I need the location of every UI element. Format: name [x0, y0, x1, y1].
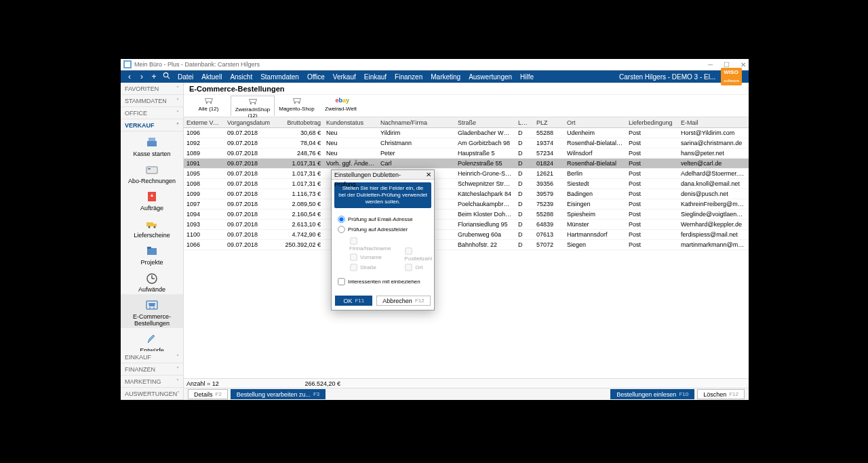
chk-interested[interactable]: Interessenten mit einbeziehen — [337, 277, 429, 286]
svg-point-2 — [163, 73, 167, 77]
user-label[interactable]: Carsten Hilgers - DEMO 3 - El... — [619, 73, 715, 81]
col-header[interactable]: Ort — [564, 117, 626, 127]
delete-button[interactable]: LöschenF12 — [697, 389, 745, 399]
svg-point-21 — [153, 307, 155, 308]
sidebar-section-office[interactable]: OFFICE˅ — [121, 107, 183, 119]
table-row[interactable]: 109809.07.20181.017,31 €Schwepnitzer Str… — [184, 179, 749, 189]
col-header[interactable]: Bruttobetrag — [281, 117, 323, 127]
menu-finanzen[interactable]: Finanzen — [395, 73, 422, 81]
add-button[interactable]: + — [148, 71, 160, 83]
chevron-down-icon: ˅ — [176, 107, 179, 119]
menu-auswertungen[interactable]: Auswertungen — [469, 73, 512, 81]
nav-back-button[interactable]: ‹ — [123, 71, 136, 83]
menubar: ‹ › + DateiAktuellAnsichtStammdatenOffic… — [121, 71, 749, 83]
sidebar-item-e-commerce-bestellungen[interactable]: E-Commerce-Bestellungen — [121, 294, 183, 328]
app-window: Mein Büro - Plus - Datenbank: Carsten Hi… — [121, 59, 749, 400]
sidebar-section-verkauf[interactable]: VERKAUF˄ — [121, 119, 183, 132]
filter-tab-0[interactable]: Alle (12) — [186, 96, 231, 116]
svg-rect-7 — [148, 168, 151, 169]
nav-forward-button[interactable]: › — [136, 71, 148, 83]
menu-verkauf[interactable]: Verkauf — [333, 73, 356, 81]
menu-datei[interactable]: Datei — [178, 73, 193, 81]
maximize-button[interactable]: ☐ — [724, 61, 730, 68]
orders-icon — [145, 190, 159, 203]
sidebar-item-abo-rechnungen[interactable]: Abo-Rechnungen — [121, 159, 183, 186]
close-icon[interactable]: ✕ — [426, 170, 431, 179]
sidebar-item-lieferscheine[interactable]: Lieferscheine — [121, 213, 183, 240]
table-row[interactable]: 109409.07.20182.160,54 €Beim Kloster Doh… — [184, 209, 749, 220]
details-button[interactable]: DetailsF2 — [188, 389, 228, 399]
col-header[interactable]: Straße — [455, 117, 515, 127]
sidebar-section-marketing[interactable]: MARKETING˅ — [121, 376, 183, 388]
svg-point-24 — [250, 103, 251, 104]
sidebar-section-favoriten[interactable]: FAVORITEN˅ — [121, 83, 183, 95]
svg-point-23 — [210, 102, 211, 104]
chk-plz: Postleitzahl — [404, 247, 432, 262]
col-header[interactable]: Kundenstatus — [323, 117, 378, 127]
col-header[interactable]: Externe Vorgangs — [184, 117, 224, 127]
svg-rect-11 — [153, 224, 157, 226]
radio-email[interactable]: Prüfung auf Email-Adresse — [337, 215, 429, 224]
menu-ansicht[interactable]: Ansicht — [230, 73, 252, 81]
sidebar-item-auftr-ge[interactable]: Aufträge — [121, 186, 183, 213]
footer-toolbar: DetailsF2 Bestellung verarbeiten zu...F3… — [184, 388, 749, 400]
col-header[interactable]: Vorgangsdatum — [224, 117, 281, 127]
sidebar-item-kasse-starten[interactable]: Kasse starten — [121, 132, 183, 159]
table-row[interactable]: 106609.07.2018250.392,02 €Bahnhofstr. 22… — [184, 240, 749, 250]
filter-tab-2[interactable]: Magento-Shop — [275, 96, 319, 116]
cancel-button[interactable]: AbbrechenF12 — [376, 296, 430, 306]
process-order-button[interactable]: Bestellung verarbeiten zu...F3 — [231, 389, 326, 399]
delivery-icon — [145, 217, 159, 230]
col-header[interactable]: Land — [515, 117, 534, 127]
svg-rect-4 — [147, 141, 157, 146]
col-header[interactable]: Lieferbedingung — [626, 117, 678, 127]
table-row[interactable]: 109109.07.20181.017,31 €Vorh. ggf. Änder… — [184, 159, 749, 169]
menu-aktuell[interactable]: Aktuell — [201, 73, 222, 81]
menu-stammdaten[interactable]: Stammdaten — [260, 73, 299, 81]
duplicate-check-dialog: Einstellungen Dubletten-Prüfung... ✕ Ste… — [331, 169, 435, 310]
app-icon — [123, 60, 132, 68]
close-window-button[interactable]: ✕ — [741, 61, 746, 68]
menu-einkauf[interactable]: Einkauf — [364, 73, 387, 81]
table-header: Externe VorgangsVorgangsdatumBruttobetra… — [184, 117, 749, 128]
sidebar-item-aufw-nde[interactable]: Aufwände — [121, 267, 183, 294]
table-row[interactable]: 109909.07.20181.116,73 €Kätcheslachpark … — [184, 189, 749, 199]
sidebar-section-finanzen[interactable]: FINANZEN˅ — [121, 363, 183, 376]
table-row[interactable]: 109509.07.20181.017,31 €Heinrich-Grone-S… — [184, 169, 749, 179]
sidebar-item-entw-rfe[interactable]: Entwürfe — [121, 328, 183, 351]
chevron-down-icon: ˅ — [176, 95, 179, 107]
subscription-icon — [145, 163, 159, 176]
radio-address[interactable]: Prüfung auf Adressfelder — [337, 225, 429, 234]
window-title: Mein Büro - Plus - Datenbank: Carsten Hi… — [134, 61, 708, 68]
orders-table: Externe VorgangsVorgangsdatumBruttobetra… — [184, 117, 749, 378]
chk-firma: Firma/Nachname — [349, 237, 391, 251]
minimize-button[interactable]: ─ — [708, 61, 713, 68]
filter-tabs: Alle (12)ZweiradnShop (12)Magento-Shopeb… — [184, 95, 749, 117]
filter-tab-3[interactable]: ebayZweirad-Welt — [319, 96, 363, 116]
sidebar-section-auswertungen[interactable]: AUSWERTUNGEN˅ — [121, 388, 183, 400]
ok-button[interactable]: OKF11 — [335, 296, 372, 306]
svg-rect-15 — [147, 247, 151, 249]
col-header[interactable]: E-Mail — [678, 117, 749, 127]
col-header[interactable]: Nachname/Firma — [378, 117, 455, 127]
menu-office[interactable]: Office — [307, 73, 325, 81]
table-row[interactable]: 109209.07.201878,04 €NeuChristmannAm Gor… — [184, 138, 749, 148]
filter-tab-1[interactable]: ZweiradnShop (12) — [231, 96, 275, 116]
table-row[interactable]: 109709.07.20182.089,50 €Poelchaukampbrüc… — [184, 199, 749, 209]
table-row[interactable]: 109609.07.201830,68 €NeuYildirimGladenba… — [184, 128, 749, 138]
svg-point-22 — [205, 102, 207, 104]
col-header[interactable]: PLZ — [534, 117, 564, 127]
chk-ort: Ort — [404, 263, 432, 272]
cash-register-icon — [145, 136, 159, 149]
menu-hilfe[interactable]: Hilfe — [520, 73, 534, 81]
menu-marketing[interactable]: Marketing — [431, 73, 460, 81]
search-button[interactable] — [160, 71, 172, 83]
read-orders-button[interactable]: Bestellungen einlesenF10 — [610, 389, 694, 399]
svg-point-12 — [149, 226, 151, 228]
sidebar-item-projekte[interactable]: Projekte — [121, 240, 183, 267]
sidebar-section-stammdaten[interactable]: STAMMDATEN˅ — [121, 95, 183, 107]
table-row[interactable]: 110009.07.20184.742,90 €Grubenweg 60aD07… — [184, 230, 749, 240]
sidebar-section-einkauf[interactable]: EINKAUF˅ — [121, 351, 183, 363]
table-row[interactable]: 108909.07.2018248,76 €NeuPeterHaupstraße… — [184, 148, 749, 159]
table-row[interactable]: 109309.07.20182.613,10 €Floriansiedlung … — [184, 220, 749, 230]
